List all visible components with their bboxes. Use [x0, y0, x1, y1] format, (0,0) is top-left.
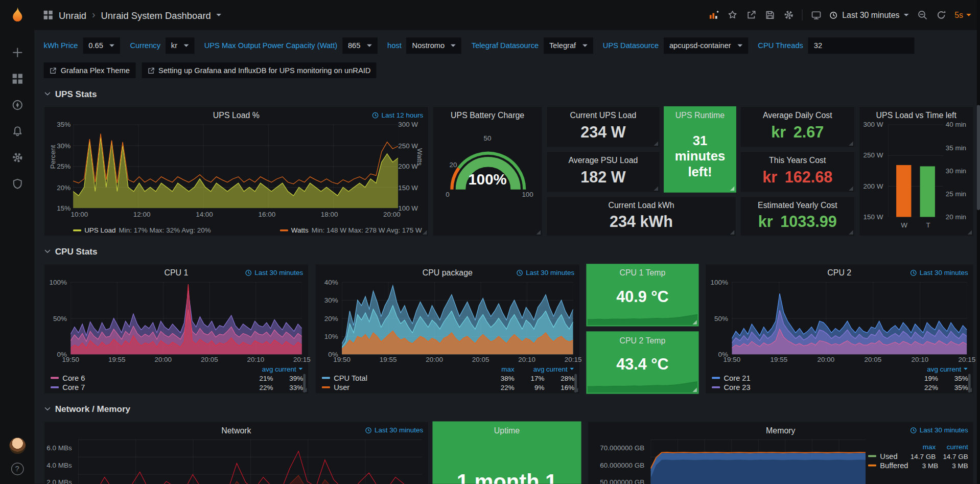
legend-name[interactable]: Core 23: [712, 383, 750, 391]
variable-value-dropdown[interactable]: 0.65: [83, 37, 120, 54]
panel-title[interactable]: Estimated Yearly Cost: [741, 197, 855, 210]
x-tick: 12:00: [133, 211, 151, 218]
legend-row: User 22% 9% 16%: [322, 383, 574, 392]
time-badge[interactable]: Last 30 minutes: [365, 426, 423, 434]
breadcrumb-app[interactable]: Unraid: [59, 10, 86, 20]
refresh-icon[interactable]: [936, 10, 946, 20]
share-icon[interactable]: [746, 10, 757, 20]
page-scrollbar[interactable]: [977, 0, 980, 484]
legend-name[interactable]: Watts: [291, 226, 309, 234]
variable-label[interactable]: host: [387, 41, 402, 50]
panel-title[interactable]: UPS Battery Charge: [433, 107, 542, 120]
legend-name[interactable]: Buffered: [868, 461, 908, 470]
panel-title[interactable]: CPU 2 Temp: [587, 332, 698, 345]
legend-col-max[interactable]: max: [484, 365, 515, 373]
link-grafana-plex-theme[interactable]: Grafana Plex Theme: [44, 62, 135, 78]
dashboards-icon[interactable]: [11, 73, 23, 85]
variable-label[interactable]: UPS Datasource: [603, 41, 659, 50]
legend-name[interactable]: Core 7: [51, 383, 85, 391]
variable-value-dropdown[interactable]: Nostromo: [407, 37, 462, 54]
link-ups-monitoring-guide[interactable]: Setting up Grafana and InfluxDB for UPS …: [142, 62, 376, 78]
dashboard-grid-icon[interactable]: [42, 10, 53, 20]
time-badge[interactable]: Last 30 minutes: [517, 269, 574, 276]
panel-title[interactable]: Current Load kWh: [547, 197, 735, 210]
panel-title[interactable]: This Years Cost: [741, 152, 855, 165]
variable-label[interactable]: Currency: [130, 41, 160, 50]
variable-ups-datasource: UPS Datasource apcupsd-container: [603, 37, 748, 54]
panel-title[interactable]: Uptime: [433, 422, 581, 435]
legend-name[interactable]: Used: [868, 452, 898, 460]
time-badge[interactable]: Last 30 minutes: [245, 269, 303, 276]
panel-title[interactable]: Average Daily Cost: [741, 107, 855, 120]
legend-col-avg[interactable]: avg: [243, 365, 273, 373]
panel-title[interactable]: UPS Load %: [44, 107, 428, 120]
variable-label[interactable]: Telegraf Datasource: [472, 41, 539, 50]
kiosk-monitor-icon[interactable]: [811, 10, 822, 20]
legend-name[interactable]: Core 6: [51, 374, 85, 382]
configuration-gear-icon[interactable]: [11, 151, 23, 164]
breadcrumb-page[interactable]: Unraid System Dashboard: [101, 10, 211, 20]
legend-scrollbar[interactable]: [574, 374, 577, 393]
section-network-memory[interactable]: Network / Memory: [44, 404, 131, 414]
settings-gear-icon[interactable]: [783, 10, 794, 20]
time-range-picker[interactable]: Last 30 minutes: [830, 10, 909, 19]
legend-value: 33%: [273, 383, 304, 391]
scrollbar-thumb[interactable]: [977, 105, 980, 210]
explore-compass-icon[interactable]: [11, 99, 23, 111]
variable-value-dropdown[interactable]: 865: [342, 37, 378, 54]
add-panel-icon[interactable]: [708, 10, 719, 20]
legend-name[interactable]: User: [322, 383, 349, 391]
variable-value-dropdown[interactable]: Telegraf: [544, 37, 593, 54]
variable-value-dropdown[interactable]: kr: [166, 37, 194, 54]
cpu1-plot[interactable]: [71, 282, 302, 355]
panel-title[interactable]: CPU 1 Temp: [587, 264, 698, 278]
clock-icon: [830, 11, 838, 19]
legend-col-avg[interactable]: avg: [515, 365, 545, 373]
ups-load-plot[interactable]: [73, 124, 398, 208]
memory-plot[interactable]: [650, 440, 866, 484]
y-tick: 30 min: [946, 167, 966, 175]
help-icon[interactable]: ?: [11, 463, 23, 475]
panel-title[interactable]: Average PSU Load: [547, 152, 659, 165]
legend-col-current[interactable]: current: [273, 365, 304, 373]
panel-title[interactable]: UPS Runtime: [664, 107, 735, 120]
refresh-interval-select[interactable]: 5s: [954, 10, 971, 19]
legend-scrollbar[interactable]: [968, 374, 971, 393]
variable-label[interactable]: CPU Threads: [758, 41, 803, 50]
time-badge[interactable]: Last 12 hours: [372, 111, 423, 119]
panel-title[interactable]: UPS Load vs Time left: [859, 107, 973, 120]
bar-time-left[interactable]: [920, 166, 935, 217]
star-icon[interactable]: [727, 10, 738, 20]
breadcrumb-caret-icon[interactable]: [217, 14, 222, 16]
variable-label[interactable]: UPS Max Output Power Capacity (Watt): [204, 41, 337, 50]
cpu2-plot[interactable]: [732, 282, 967, 355]
time-badge[interactable]: Last 30 minutes: [910, 426, 968, 434]
variable-value-dropdown[interactable]: apcupsd-container: [664, 37, 748, 54]
legend-scrollbar[interactable]: [303, 374, 306, 393]
user-avatar[interactable]: [9, 437, 26, 454]
zoom-out-icon[interactable]: [917, 10, 928, 20]
network-plot[interactable]: [78, 440, 422, 484]
cpu-package-plot[interactable]: [342, 282, 573, 355]
section-ups-stats[interactable]: UPS Stats: [44, 89, 97, 99]
legend-col-max[interactable]: max: [903, 443, 936, 451]
legend-col-current[interactable]: current: [544, 365, 574, 373]
save-icon[interactable]: [765, 10, 776, 20]
panel-title[interactable]: Current UPS Load: [547, 107, 659, 120]
legend-col-current[interactable]: current: [936, 443, 968, 451]
grafana-logo[interactable]: [8, 6, 27, 25]
variable-value-input[interactable]: 32: [808, 37, 915, 54]
variable-label[interactable]: kWh Price: [44, 41, 78, 50]
legend-col-avg[interactable]: avg: [908, 365, 938, 373]
legend-col-current[interactable]: current: [938, 365, 968, 373]
section-title: UPS Stats: [55, 89, 97, 99]
alerting-bell-icon[interactable]: [11, 125, 23, 137]
time-badge[interactable]: Last 30 minutes: [910, 269, 968, 276]
legend-name[interactable]: CPU Total: [322, 374, 367, 382]
server-admin-shield-icon[interactable]: [11, 177, 23, 190]
legend-name[interactable]: UPS Load: [84, 226, 115, 234]
legend-name[interactable]: Core 21: [712, 374, 750, 382]
section-cpu-stats[interactable]: CPU Stats: [44, 246, 98, 257]
create-plus-icon[interactable]: [11, 47, 23, 59]
bar-watts[interactable]: [896, 165, 911, 217]
